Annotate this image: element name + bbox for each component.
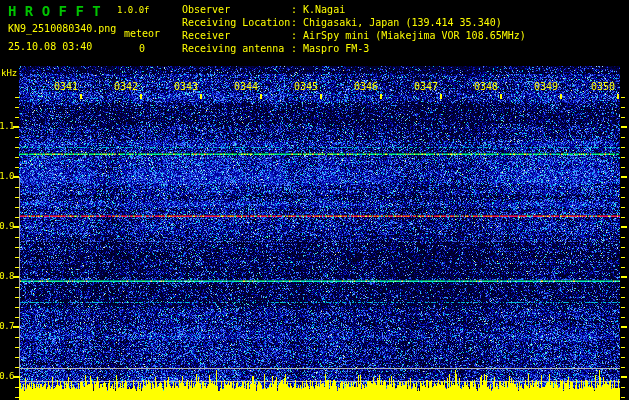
info-value: Maspro FM-3 bbox=[297, 43, 369, 54]
station-info-row: Receiving Location:Chigasaki, Japan (139… bbox=[182, 16, 526, 29]
freq-tick-label: 0.8 bbox=[0, 272, 14, 281]
freq-tick-label: 0.9 bbox=[0, 222, 14, 231]
station-info-row: Receiver:AirSpy mini (Miakejima VOR 108.… bbox=[182, 29, 526, 42]
info-label: Receiving Location bbox=[182, 16, 291, 29]
time-tick-label: 0342 bbox=[114, 82, 138, 92]
station-info-row: Receiving antenna:Maspro FM-3 bbox=[182, 42, 526, 55]
freq-tick-label: 1.1 bbox=[0, 122, 14, 131]
freq-tick-label: 0.7 bbox=[0, 322, 14, 331]
time-tick-label: 0347 bbox=[414, 82, 438, 92]
freq-tick-label: 1.0 bbox=[0, 172, 14, 181]
freq-tick-label: 0.6 bbox=[0, 372, 14, 381]
info-value: AirSpy mini (Miakejima VOR 108.65MHz) bbox=[297, 30, 526, 41]
info-label: Receiving antenna bbox=[182, 42, 291, 55]
time-tick-label: 0346 bbox=[354, 82, 378, 92]
info-label: Receiver bbox=[182, 29, 291, 42]
app-version: 1.0.0f bbox=[117, 6, 150, 15]
info-value: K.Nagai bbox=[297, 4, 345, 15]
freq-axis-unit: kHz bbox=[1, 69, 17, 78]
time-tick-label: 0343 bbox=[174, 82, 198, 92]
info-label: Observer bbox=[182, 3, 291, 16]
meteor-count-label: meteor bbox=[124, 29, 160, 39]
capture-filename: KN9_2510080340.png bbox=[8, 24, 116, 34]
hrofft-window: H R O F F T 1.0.0f KN9_2510080340.png me… bbox=[0, 0, 629, 400]
time-tick-label: 0344 bbox=[234, 82, 258, 92]
capture-datetime: 25.10.08 03:40 bbox=[8, 42, 92, 52]
info-value: Chigasaki, Japan (139.414 35.340) bbox=[297, 17, 502, 28]
station-info-row: Observer:K.Nagai bbox=[182, 3, 526, 16]
time-tick-label: 0341 bbox=[54, 82, 78, 92]
app-title: H R O F F T bbox=[8, 3, 101, 19]
station-info: Observer:K.NagaiReceiving Location:Chiga… bbox=[182, 3, 526, 55]
time-tick-label: 0350 bbox=[591, 82, 615, 92]
time-tick-label: 0348 bbox=[474, 82, 498, 92]
spectrogram-canvas bbox=[0, 0, 629, 400]
time-tick-label: 0345 bbox=[294, 82, 318, 92]
meteor-count-value: 0 bbox=[139, 44, 145, 54]
time-tick-label: 0349 bbox=[534, 82, 558, 92]
